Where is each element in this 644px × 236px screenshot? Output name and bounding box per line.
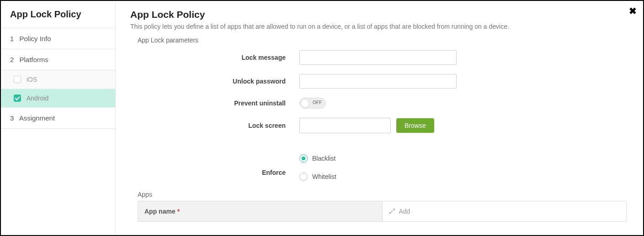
fieldset-label: App Lock parameters [130, 37, 628, 44]
step-platforms[interactable]: 2 Platforms [1, 49, 115, 70]
platform-group: iOS Android [1, 70, 115, 108]
apps-add-cell[interactable]: Add [383, 201, 627, 221]
apps-column-header: App name * [138, 201, 383, 221]
step-policy-info[interactable]: 1 Policy Info [1, 28, 115, 49]
apps-section-label: Apps [130, 191, 628, 198]
platform-label: Android [27, 94, 48, 102]
row-lock-screen: Lock screen Browse [130, 118, 628, 133]
step-label: Assignment [19, 114, 55, 122]
label-prevent-uninstall: Prevent uninstall [130, 100, 299, 107]
sidebar-header: App Lock Policy [1, 1, 115, 28]
browse-button[interactable]: Browse [396, 118, 434, 133]
step-label: Platforms [20, 56, 48, 63]
checkbox-icon[interactable] [14, 94, 21, 102]
row-prevent-uninstall: Prevent uninstall OFF [130, 98, 628, 109]
radio-option-blacklist[interactable]: Blacklist [299, 154, 336, 163]
main-panel: ✖ App Lock Policy This policy lets you d… [116, 1, 643, 235]
label-enforce: Enforce [130, 169, 299, 176]
step-assignment[interactable]: 3 Assignment [1, 108, 115, 129]
required-asterisk: * [177, 208, 180, 215]
sidebar-title: App Lock Policy [10, 9, 106, 20]
radio-label: Blacklist [312, 155, 335, 162]
platform-label: iOS [27, 76, 37, 83]
row-lock-message: Lock message [130, 50, 628, 65]
row-unlock-password: Unlock password [130, 74, 628, 89]
input-lock-screen[interactable] [299, 118, 391, 133]
page-subtitle: This policy lets you define a list of ap… [130, 23, 628, 30]
radio-option-whitelist[interactable]: Whitelist [299, 173, 336, 181]
toggle-knob-icon [300, 99, 309, 108]
radio-icon[interactable] [299, 154, 308, 163]
step-number: 3 [10, 114, 14, 122]
enforce-options: Blacklist Whitelist [299, 154, 336, 191]
apps-table: App name * Add [138, 201, 627, 222]
radio-icon[interactable] [299, 173, 308, 181]
radio-label: Whitelist [312, 173, 336, 180]
page-title: App Lock Policy [130, 9, 628, 20]
add-label: Add [399, 208, 410, 215]
add-icon [389, 208, 395, 215]
step-number: 2 [10, 56, 14, 63]
toggle-prevent-uninstall[interactable]: OFF [299, 98, 326, 109]
step-label: Policy Info [20, 35, 51, 42]
apps-header-text: App name [144, 208, 176, 215]
step-number: 1 [10, 35, 14, 42]
input-lock-message[interactable] [299, 50, 457, 65]
platform-item-android[interactable]: Android [1, 89, 115, 108]
label-lock-screen: Lock screen [130, 122, 299, 129]
label-unlock-password: Unlock password [130, 78, 299, 85]
label-lock-message: Lock message [130, 54, 299, 61]
platform-item-ios[interactable]: iOS [1, 70, 115, 89]
toggle-off-text: OFF [313, 100, 322, 105]
close-icon[interactable]: ✖ [629, 6, 637, 16]
sidebar: App Lock Policy 1 Policy Info 2 Platform… [1, 1, 116, 235]
checkbox-icon[interactable] [14, 76, 21, 83]
row-enforce: Enforce Blacklist Whitelist [130, 154, 628, 191]
input-unlock-password[interactable] [299, 74, 457, 89]
